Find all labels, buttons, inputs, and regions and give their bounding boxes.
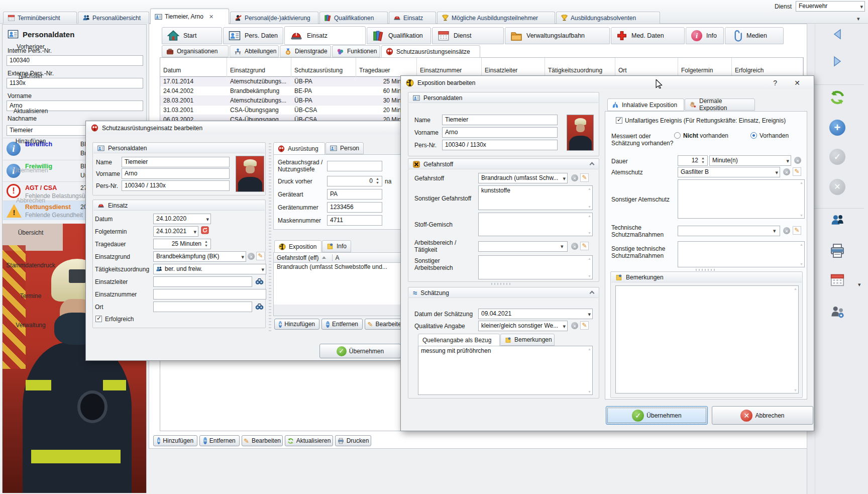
druck-vorher-spinner[interactable]: 0 [327,176,382,186]
sidebar-aktualisieren[interactable]: Aktualisieren [1,108,61,115]
admin-people-icon[interactable] [830,305,845,320]
erfolgreich-checkbox[interactable] [95,316,102,322]
spinner-icon[interactable] [700,156,706,164]
schaetzung-datum-combo[interactable]: 09.04.2021 [478,309,593,319]
geraeteart-input[interactable]: PA [327,189,382,200]
radio-vorhanden[interactable] [750,132,757,139]
tab-personaluebersicht[interactable]: Personalübersicht [78,12,149,24]
vorname-input[interactable]: Arno [122,168,230,179]
name-input[interactable]: Tiemeier [122,157,230,167]
clear-icon[interactable] [783,227,790,234]
stab-abteilungen[interactable]: Abteilungen [230,45,279,57]
chevron-down-icon[interactable] [261,266,264,273]
sidebar-vorheriger[interactable]: Vorheriger [1,43,61,50]
chevron-down-icon[interactable] [588,311,591,318]
sidebar-termine[interactable]: Termine [1,292,61,300]
help-button[interactable]: ? [773,79,777,87]
chevron-down-icon[interactable] [561,243,597,250]
splitter[interactable] [491,283,511,285]
chevron-down-icon[interactable] [193,229,196,235]
ptab-qualifikation[interactable]: Qualifikation [367,27,431,44]
tab-personal-deaktivierung[interactable]: Personal(de-)aktivierung [230,12,318,24]
ptab-einsatz[interactable]: Einsatz [284,26,366,45]
tab-exposition[interactable]: Exposition [274,240,321,253]
gefahrstoff-combo[interactable]: Brandrauch (umfasst Schw... [478,173,568,183]
stab-schutzausruestungseinsaetze[interactable]: Schutzausrüstungseinsätze [381,45,480,58]
tab-einsatz[interactable]: Einsatz [389,12,436,24]
chevron-down-icon[interactable] [563,175,566,182]
sonstiger-arbeitsbereich-textarea[interactable] [478,255,593,279]
stoff-gemisch-textarea[interactable] [478,213,593,236]
sidebar-uebersicht[interactable]: Übersicht [1,229,61,236]
ptab-pers-daten[interactable]: Pers. Daten [223,27,283,44]
einsatzleiter-input[interactable] [153,276,252,287]
datum-combo[interactable]: 24.10.2020 [153,214,211,224]
list-edit-button[interactable]: ✎Bearbeiten [365,319,402,330]
tab-bemerkungen[interactable]: Bemerkungen [500,334,555,346]
edit-icon[interactable] [793,167,801,176]
print-button[interactable]: Drucken [335,435,371,446]
edit-icon[interactable] [580,242,589,250]
technische-schutzmassnahmen-combo[interactable] [678,226,780,236]
clear-icon[interactable] [571,243,578,250]
ptab-info[interactable]: Info [686,27,724,44]
spinner-icon[interactable] [203,240,209,248]
tab-quellenangabe[interactable]: Quellenangabe als Bezug [418,334,500,346]
arbeitsbereich-combo[interactable] [478,241,568,252]
clear-icon[interactable] [571,174,578,181]
edit-icon[interactable] [793,226,801,235]
tab-tiemeier-arno[interactable]: Tiemeier, Arno✕ [150,9,229,24]
close-button[interactable]: ✕ [794,79,800,87]
apply-button[interactable]: Übernehmen [606,406,708,425]
tragedauer-spinner[interactable]: 25 Minuten [153,239,211,249]
stab-funktionen[interactable]: Funktionen [332,45,380,57]
sonstiger-atemschutz-textarea[interactable] [678,179,805,219]
stab-organisationen[interactable]: Organisationen [162,45,229,57]
remove-button[interactable]: Entfernen [199,435,240,446]
clear-icon[interactable] [783,168,790,175]
edit-icon[interactable] [580,173,589,182]
qualitative-angabe-combo[interactable]: kleiner/gleich sonstiger We... [478,321,568,331]
einsatzgrund-combo[interactable]: Brandbekämpfung (BK) [153,251,246,262]
list-remove-button[interactable]: Entfernen [321,319,363,330]
binoculars-icon[interactable] [255,302,264,311]
recurrence-icon[interactable] [201,226,209,234]
ptab-verwaltungslaufbahn[interactable]: Verwaltungslaufbahn [505,27,610,44]
tab-overflow-icon[interactable] [857,16,866,22]
sidebar-hinzufuegen[interactable]: Hinzufügen [1,138,61,145]
gebrauchsgrad-input[interactable] [327,161,382,171]
spinner-icon[interactable] [374,177,381,185]
sidebar-verwaltung[interactable]: Verwaltung [1,322,61,329]
maskennummer-input[interactable]: 4711 [327,215,382,226]
vorname-input[interactable]: Arno [442,127,558,138]
sidebar-naechster[interactable]: Nächster [1,72,61,79]
einsatznummer-input[interactable] [153,289,266,300]
ptab-med-daten[interactable]: Med. Daten [611,27,685,44]
arrow-left-icon[interactable] [831,28,843,40]
tab-inhalative-exposition[interactable]: Inhalative Exposition [607,98,684,111]
refresh-icon[interactable] [829,89,845,106]
dialog2-titlebar[interactable]: Exposition bearbeiten ? ✕ [401,76,813,89]
unfallartiges-ereignis-checkbox[interactable] [616,117,622,124]
dienst-select[interactable]: Feuerwehr [796,1,865,12]
ptab-dienst[interactable]: Dienst [432,27,504,44]
atemschutz-combo[interactable]: Gasfilter B [678,167,780,177]
ptab-start[interactable]: Start [162,27,222,44]
table-header[interactable]: DatumEinsatzgrund SchutzausrüstungTraged… [160,58,803,77]
sonstige-technische-textarea[interactable] [678,241,805,267]
splitter[interactable] [269,143,271,331]
ptab-medien[interactable]: Medien [725,27,784,44]
edit-button[interactable]: ✎Bearbeiten [242,435,283,446]
name-input[interactable]: Tiemeier [442,115,558,125]
persnr-input[interactable]: 100340 / 1130x [442,140,558,150]
tab-qualifikationen[interactable]: Qualifikationen [319,12,388,24]
geraetenummer-input[interactable]: 1233456 [327,202,382,213]
stab-dienstgrade[interactable]: Dienstgrade [280,45,331,57]
tab-moegliche-ausbildungsteilnehmer[interactable]: Mögliche Ausbildungsteilnehmer [437,12,555,24]
tab-ausbildungsabsolventen[interactable]: Ausbildungsabsolventen [556,12,660,24]
chevron-down-icon[interactable] [206,216,209,223]
clear-icon[interactable] [248,253,255,260]
cancel-button[interactable]: Abbrechen [712,406,813,425]
clear-icon[interactable] [571,322,578,329]
ort-input[interactable] [153,302,252,312]
